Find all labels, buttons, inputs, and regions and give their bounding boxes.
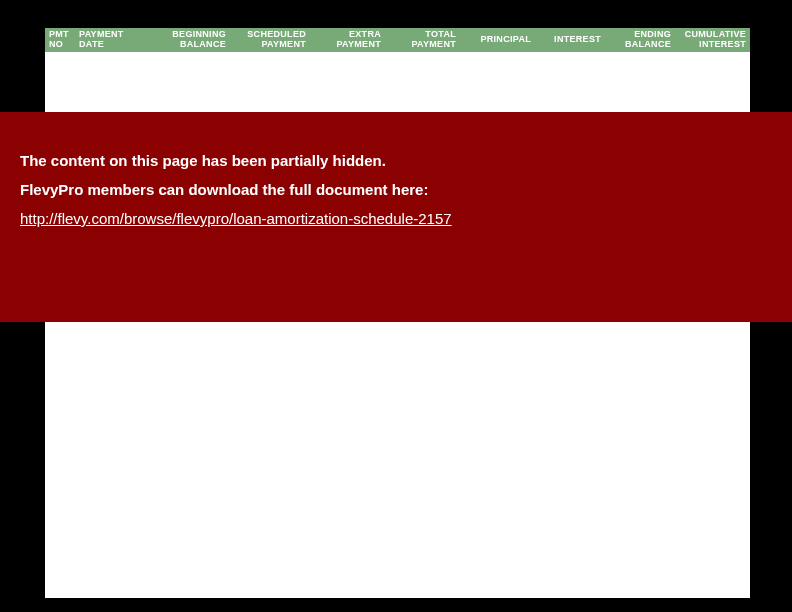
- header-line: DATE: [79, 40, 146, 50]
- col-pmt-no: PMT NO: [45, 28, 75, 52]
- col-total-payment: TOTAL PAYMENT: [385, 28, 460, 52]
- table-header-row: PMT NO PAYMENT DATE BEGINNING BALANCE SC…: [45, 28, 750, 52]
- col-beginning-balance: BEGINNING BALANCE: [150, 28, 230, 52]
- col-scheduled-payment: SCHEDULED PAYMENT: [230, 28, 310, 52]
- header-line: BALANCE: [154, 40, 226, 50]
- col-payment-date: PAYMENT DATE: [75, 28, 150, 52]
- header-line: INTEREST: [679, 40, 746, 50]
- col-interest: INTEREST: [535, 33, 605, 47]
- header-line: PAYMENT: [234, 40, 306, 50]
- overlay-message-1: The content on this page has been partia…: [20, 152, 772, 169]
- overlay-message-2: FlevyPro members can download the full d…: [20, 181, 772, 198]
- col-principal: PRINCIPAL: [460, 33, 535, 47]
- hidden-content-overlay: The content on this page has been partia…: [0, 112, 792, 322]
- header-line: PRINCIPAL: [464, 35, 531, 45]
- col-cumulative-interest: CUMULATIVE INTEREST: [675, 28, 750, 52]
- header-line: NO: [49, 40, 71, 50]
- col-ending-balance: ENDING BALANCE: [605, 28, 675, 52]
- header-line: PAYMENT: [389, 40, 456, 50]
- col-extra-payment: EXTRA PAYMENT: [310, 28, 385, 52]
- header-line: INTEREST: [539, 35, 601, 45]
- header-line: BALANCE: [609, 40, 671, 50]
- download-link[interactable]: http://flevy.com/browse/flevypro/loan-am…: [20, 210, 452, 227]
- header-line: PAYMENT: [314, 40, 381, 50]
